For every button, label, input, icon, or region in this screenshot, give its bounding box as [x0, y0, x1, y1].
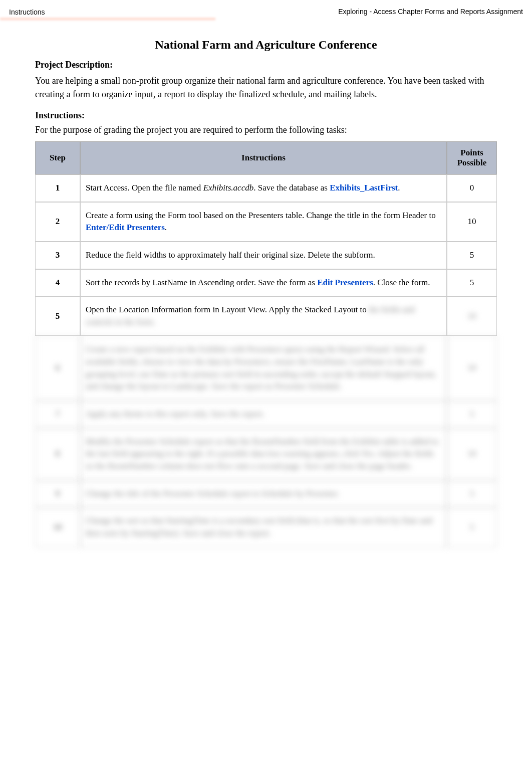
table-row: 10 Change the sort so that StartingTime … — [35, 507, 497, 547]
points-value: 10 — [447, 296, 497, 336]
col-step: Step — [35, 141, 80, 174]
table-row: 9 Change the title of the Presenter Sche… — [35, 480, 497, 508]
table-row: 3 Reduce the field widths to approximate… — [35, 242, 497, 269]
step-number: 2 — [35, 202, 80, 242]
project-description-text: You are helping a small non-profit group… — [35, 74, 497, 101]
instruction-text: Sort the records by LastName in Ascendin… — [80, 269, 447, 297]
step-number: 1 — [35, 174, 80, 202]
points-value: 5 — [447, 480, 497, 508]
table-row: 8 Modify the Presenter Schedule report s… — [35, 428, 497, 480]
points-value: 5 — [447, 269, 497, 297]
project-description-heading: Project Description: — [35, 60, 497, 70]
instruction-text: Create a new report based on the Exhibit… — [80, 336, 447, 401]
points-value: 10 — [447, 428, 497, 480]
step-number: 6 — [35, 336, 80, 401]
col-instructions: Instructions — [80, 141, 447, 174]
instruction-text: Change the title of the Presenter Schedu… — [80, 480, 447, 508]
instruction-text: Modify the Presenter Schedule report so … — [80, 428, 447, 480]
points-value: 5 — [447, 242, 497, 269]
table-row: 4 Sort the records by LastName in Ascend… — [35, 269, 497, 297]
step-number: 8 — [35, 428, 80, 480]
step-number: 3 — [35, 242, 80, 269]
table-row: 5 Open the Location Information form in … — [35, 296, 497, 336]
table-row: 2 Create a form using the Form tool base… — [35, 202, 497, 242]
instructions-heading: Instructions: — [35, 110, 497, 121]
table-row: 7 Apply any theme to this report only. S… — [35, 401, 497, 428]
header-left: Instructions — [0, 4, 215, 19]
table-header-row: Step Instructions Points Possible — [35, 141, 497, 174]
instruction-text: Open the Location Information form in La… — [80, 296, 447, 336]
instruction-text: Start Access. Open the file named Exhibi… — [80, 174, 447, 202]
points-value: 5 — [447, 507, 497, 547]
page-header: Instructions Exploring - Access Chapter … — [0, 0, 532, 23]
page-title: National Farm and Agriculture Conference — [35, 38, 497, 52]
table-row: 6 Create a new report based on the Exhib… — [35, 336, 497, 401]
content-area: National Farm and Agriculture Conference… — [0, 23, 532, 567]
points-value: 5 — [447, 401, 497, 428]
tasks-table: Step Instructions Points Possible 1 Star… — [35, 141, 497, 547]
instructions-intro: For the purpose of grading the project y… — [35, 125, 497, 135]
instruction-text: Apply any theme to this report only. Sav… — [80, 401, 447, 428]
header-right: Exploring - Access Chapter Forms and Rep… — [338, 8, 523, 16]
step-number: 5 — [35, 296, 80, 336]
step-number: 7 — [35, 401, 80, 428]
col-points: Points Possible — [447, 141, 497, 174]
step-number: 4 — [35, 269, 80, 297]
table-row: 1 Start Access. Open the file named Exhi… — [35, 174, 497, 202]
instruction-text: Change the sort so that StartingTime is … — [80, 507, 447, 547]
points-value: 10 — [447, 336, 497, 401]
step-number: 10 — [35, 507, 80, 547]
points-value: 10 — [447, 202, 497, 242]
instruction-text: Create a form using the Form tool based … — [80, 202, 447, 242]
points-value: 0 — [447, 174, 497, 202]
step-number: 9 — [35, 480, 80, 508]
instruction-text: Reduce the field widths to approximately… — [80, 242, 447, 269]
